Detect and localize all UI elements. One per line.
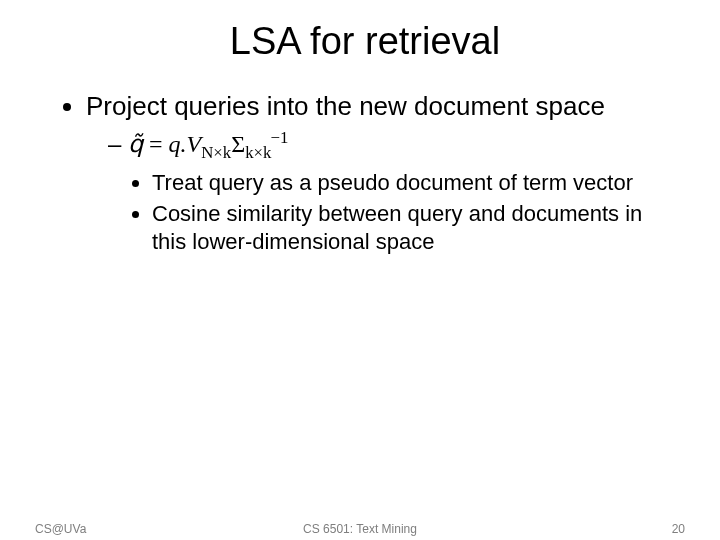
bullet-l2-list: q̃ = q.VN×kΣk×k−1 Treat query as a pseud… — [108, 128, 670, 255]
slide: LSA for retrieval Project queries into t… — [0, 0, 720, 540]
page-number: 20 — [672, 522, 685, 536]
formula-inv: −1 — [270, 128, 288, 147]
formula-lhs: q̃ — [128, 131, 143, 157]
bullet-l1: Project queries into the new document sp… — [86, 91, 670, 255]
formula-Sig: Σ — [231, 131, 245, 157]
bullet-formula: q̃ = q.VN×kΣk×k−1 Treat query as a pseud… — [108, 128, 670, 255]
formula-q: q. — [169, 131, 187, 157]
formula-Vsub: N×k — [201, 143, 231, 162]
bullet-l1-text: Project queries into the new document sp… — [86, 91, 605, 121]
bullet-list: Project queries into the new document sp… — [86, 91, 670, 255]
bullet-l3-list: Treat query as a pseudo document of term… — [152, 169, 670, 256]
bullet-sub2: Cosine similarity between query and docu… — [152, 200, 670, 255]
formula-V: V — [187, 131, 202, 157]
formula-eq: = — [143, 131, 169, 157]
formula-Sigsub: k×k — [245, 143, 271, 162]
slide-title: LSA for retrieval — [60, 20, 670, 63]
footer-center: CS 6501: Text Mining — [0, 522, 720, 536]
bullet-sub1: Treat query as a pseudo document of term… — [152, 169, 670, 197]
formula: q̃ = q.VN×kΣk×k−1 — [128, 131, 289, 157]
